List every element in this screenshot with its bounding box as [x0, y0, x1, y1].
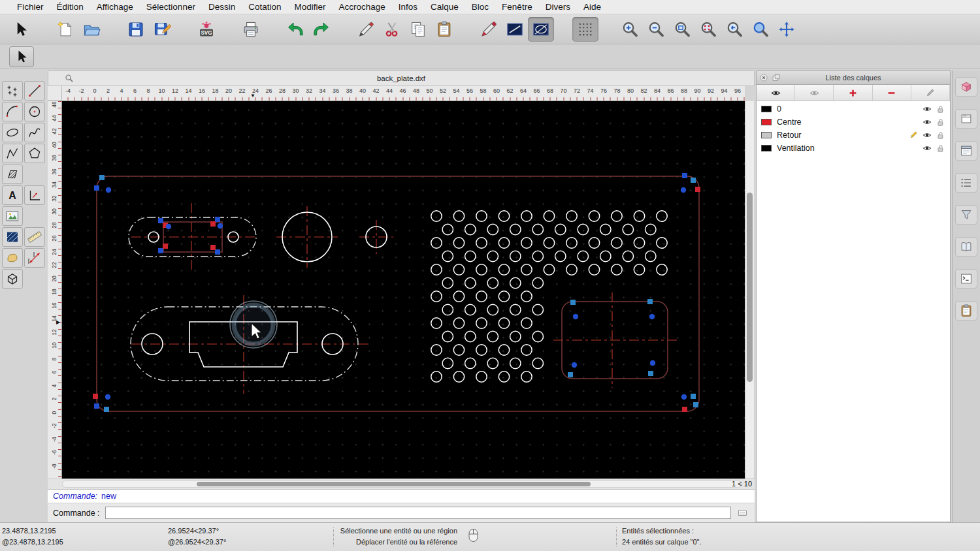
text-icon: A	[5, 187, 20, 203]
add-layer-button[interactable]	[834, 85, 872, 101]
show-all-layers-button[interactable]	[757, 85, 795, 101]
zoom-auto-button[interactable]	[669, 17, 695, 42]
layer-lock-icon[interactable]	[936, 118, 945, 127]
dock-clipboard-button[interactable]	[955, 301, 977, 321]
zoom-redraw-button[interactable]	[695, 17, 721, 42]
paste-button[interactable]	[431, 17, 457, 42]
text-tool-button[interactable]: A	[2, 185, 23, 205]
arc-tool-button[interactable]	[2, 102, 23, 121]
menu-aide[interactable]: Aide	[577, 2, 608, 12]
layer-visibility-icon[interactable]	[923, 144, 932, 153]
menu-divers[interactable]: Divers	[539, 2, 577, 12]
menu-fenetre[interactable]: Fenêtre	[495, 2, 539, 12]
h-ruler-label: -4	[62, 87, 74, 94]
layer-lock-icon[interactable]	[936, 144, 945, 153]
print-preview-button[interactable]	[238, 17, 264, 42]
image-tool-button[interactable]	[2, 206, 23, 226]
layer-row-centre[interactable]: Centre	[757, 116, 950, 129]
layer-visibility-icon[interactable]	[923, 118, 932, 127]
line-attributes-button[interactable]	[502, 17, 528, 42]
dock-library-button[interactable]	[955, 237, 977, 257]
export-svg-button[interactable]: SVG	[193, 17, 220, 42]
menu-dessin[interactable]: Dessin	[202, 2, 242, 12]
circle-tool-button[interactable]	[24, 102, 45, 121]
grid-toggle-button[interactable]	[572, 17, 598, 42]
dock-entity-list-button[interactable]	[955, 173, 977, 193]
cut-button[interactable]	[379, 17, 405, 42]
zoom-in-button[interactable]	[617, 17, 643, 42]
hide-all-layers-button[interactable]	[795, 85, 834, 101]
menu-infos[interactable]: Infos	[392, 2, 424, 12]
layer-lock-icon[interactable]	[936, 131, 945, 140]
save-drawing-as-button[interactable]	[149, 17, 175, 42]
select-pointer-button[interactable]	[8, 17, 34, 42]
detach-panel-icon[interactable]	[772, 73, 781, 82]
attributes-pen-button[interactable]	[353, 17, 379, 42]
undo-button[interactable]	[282, 17, 308, 42]
menu-selectionner[interactable]: Sélectionner	[140, 2, 202, 12]
rect-tool-button[interactable]	[24, 185, 45, 205]
menu-modifier[interactable]: Modifier	[287, 2, 332, 12]
box3d-tool-button[interactable]	[2, 269, 23, 289]
layer-edit-pencil-icon[interactable]	[909, 131, 918, 140]
vertical-scrollbar[interactable]	[745, 101, 754, 479]
h-ruler-label: 80	[624, 87, 637, 94]
ellipse-attributes-button[interactable]	[528, 17, 554, 42]
layer-visibility-icon[interactable]	[923, 131, 932, 140]
dock-command-button[interactable]	[955, 269, 977, 289]
dock-block-button[interactable]	[955, 77, 977, 97]
v-ruler-label: 20	[50, 272, 58, 286]
points-tool-button[interactable]	[2, 81, 23, 101]
spline-tool-button[interactable]	[24, 123, 45, 142]
polyline-tool-button[interactable]	[2, 144, 23, 163]
menu-edition[interactable]: Édition	[50, 2, 90, 12]
close-panel-icon[interactable]	[759, 73, 768, 82]
horizontal-scrollbar[interactable]	[62, 480, 742, 488]
copy-button[interactable]	[405, 17, 431, 42]
zoom-window-button[interactable]	[747, 17, 774, 42]
menu-accrochage[interactable]: Accrochage	[332, 2, 391, 12]
menu-affichage[interactable]: Affichage	[90, 2, 140, 12]
layer-row-0[interactable]: 0	[757, 102, 950, 116]
horizontal-scrollbar-thumb[interactable]	[197, 482, 591, 486]
hatch-solid-tool-button[interactable]	[2, 227, 23, 247]
layer-color-swatch	[761, 119, 772, 125]
new-drawing-button[interactable]	[52, 17, 78, 42]
ruler-tool-button[interactable]	[24, 227, 45, 247]
menu-bloc[interactable]: Bloc	[465, 2, 495, 12]
hatch-tool-button[interactable]	[2, 165, 23, 184]
layer-row-ventilation[interactable]: Ventilation	[757, 142, 950, 155]
polygon-tool-button[interactable]	[24, 144, 45, 163]
h-ruler-label: 28	[276, 87, 289, 94]
dock-box-button[interactable]	[955, 109, 977, 129]
save-drawing-button[interactable]	[123, 17, 149, 42]
line-tool-button[interactable]	[24, 81, 45, 101]
pan-button[interactable]	[774, 17, 800, 42]
layer-row-retour[interactable]: Retour	[757, 129, 950, 142]
remove-layer-button[interactable]	[873, 85, 911, 101]
open-drawing-button[interactable]	[78, 17, 105, 42]
command-keyboard-toggle[interactable]	[737, 509, 748, 518]
zoom-out-button[interactable]	[643, 17, 669, 42]
dimension-tool-button[interactable]	[24, 248, 45, 268]
menu-calque[interactable]: Calque	[424, 2, 465, 12]
vertical-scrollbar-thumb[interactable]	[747, 193, 753, 382]
redo-button[interactable]	[308, 17, 335, 42]
layer-visibility-icon[interactable]	[923, 104, 932, 114]
menu-cotation[interactable]: Cotation	[242, 2, 287, 12]
select-tool-button[interactable]	[9, 46, 34, 67]
edit-layer-button[interactable]	[911, 85, 950, 101]
command-input[interactable]	[105, 507, 731, 519]
drawing-canvas[interactable]	[62, 101, 745, 479]
shape-tool-button[interactable]	[2, 248, 23, 268]
draw-pen-button[interactable]	[476, 17, 502, 42]
zoom-previous-button[interactable]	[721, 17, 747, 42]
h-ruler-label: 90	[691, 87, 704, 94]
menu-fichier[interactable]: Fichier	[10, 2, 50, 12]
dock-filter-button[interactable]	[955, 205, 977, 225]
h-ruler-label: 86	[664, 87, 678, 94]
h-ruler-label: 76	[597, 87, 610, 94]
dock-window-button[interactable]	[955, 141, 977, 161]
layer-lock-icon[interactable]	[936, 105, 945, 114]
ellipse-tool-button[interactable]	[2, 123, 23, 142]
